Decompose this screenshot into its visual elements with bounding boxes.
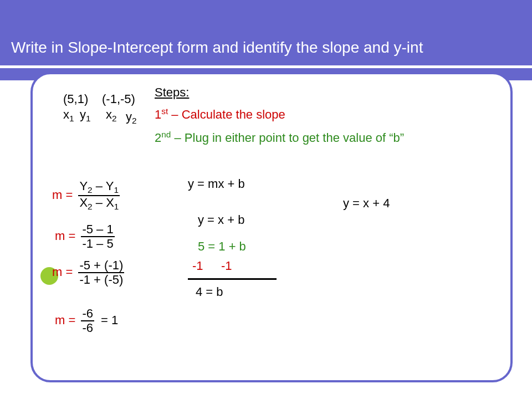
point-2: (-1,-5) — [102, 92, 135, 106]
step-2: 2nd – Plug in either point to get the va… — [155, 130, 404, 145]
label-x1: x1 — [63, 108, 74, 124]
label-y1: y1 — [80, 108, 91, 124]
label-x2: x2 — [106, 108, 117, 124]
final-answer: y = x + 4 — [343, 196, 390, 211]
slope-result: m = -6 -6 = 1 — [55, 307, 118, 335]
eq-line2: y = x + b — [198, 213, 244, 227]
content-panel: (5,1) (-1,-5) x1 y1 x2 y2 Steps: 1st – C… — [30, 72, 513, 382]
solve-underline — [188, 278, 277, 280]
steps-header: Steps: — [155, 85, 189, 100]
eq-line1: y = mx + b — [188, 177, 245, 191]
slope-formula: m = Y2 – Y1 X2 – X1 — [52, 180, 120, 212]
point-1: (5,1) — [63, 92, 88, 106]
eq-line4a: -1 — [192, 259, 203, 273]
eq-line3: 5 = 1 + b — [198, 239, 246, 254]
slope-sub1: m = -5 – 1 -1 – 5 — [55, 223, 115, 250]
slide-title: Write in Slope-Intercept form and identi… — [11, 39, 423, 57]
eq-line4b: -1 — [221, 259, 232, 273]
step-1: 1st – Calculate the slope — [155, 106, 285, 122]
label-y2: y2 — [126, 110, 137, 126]
slope-sub2: m = -5 + (-1) -1 + (-5) — [52, 259, 124, 287]
title-underline — [0, 65, 532, 68]
eq-line5: 4 = b — [196, 285, 223, 299]
